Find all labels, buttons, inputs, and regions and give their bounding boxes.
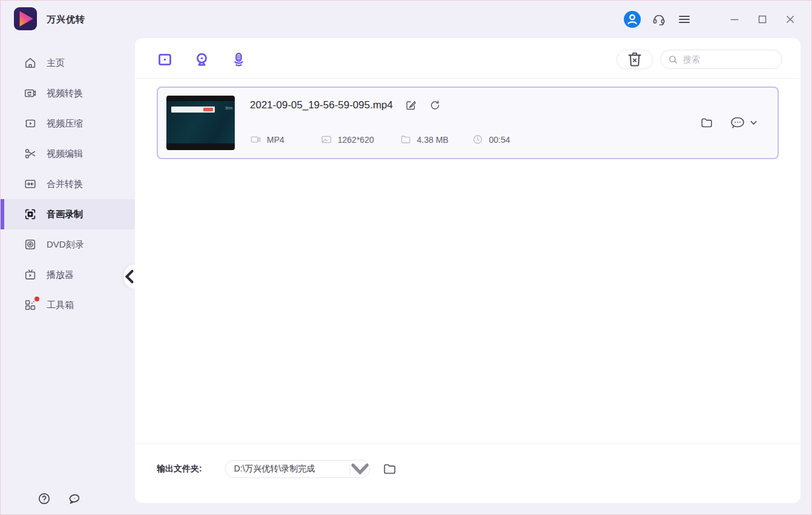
feedback-icon[interactable] [67,491,82,506]
close-button[interactable] [784,13,797,26]
output-folder-label: 输出文件夹: [157,464,202,474]
main-panel: 9/m 2021-09-05_19-56-59-095.mp4 [135,38,801,503]
file-size-icon [400,134,411,145]
player-icon [24,268,37,281]
video-compress-icon [24,117,37,130]
toolbox-badge [34,297,39,301]
app-title: 万兴优转 [47,1,85,38]
resolution-icon [321,134,332,145]
output-folder-path: D:\万兴优转\录制完成 [226,464,350,474]
search-input[interactable] [683,54,768,64]
video-thumbnail: 9/m [166,96,235,150]
sidebar-item-label: 播放器 [47,269,74,281]
maximize-button[interactable] [756,13,769,26]
more-options-icon [729,116,746,130]
merge-convert-icon [24,177,37,191]
file-name: 2021-09-05_19-56-59-095.mp4 [250,99,393,111]
chevron-down-icon [750,120,757,125]
app-logo-icon [14,7,37,30]
screen-record-mode-button[interactable] [157,51,173,68]
file-meta-row: MP4 1262*620 4.38 [250,134,510,145]
recorded-file-card[interactable]: 9/m 2021-09-05_19-56-59-095.mp4 [157,87,779,159]
thumbnail-red-chip [203,108,213,111]
sidebar-item-video-convert[interactable]: 视频转换 [1,78,135,108]
toolbox-icon [24,298,37,312]
rename-icon[interactable] [405,99,417,111]
sidebar-item-player[interactable]: 播放器 [1,260,135,290]
file-format: MP4 [267,135,284,145]
output-folder-row: 输出文件夹: D:\万兴优转\录制完成 [157,460,397,478]
sidebar-item-label: 视频转换 [47,88,83,99]
hamburger-menu-icon[interactable] [677,12,692,27]
sidebar-item-screen-record[interactable]: 音画录制 [1,199,135,229]
help-icon[interactable] [37,491,51,506]
screen-record-icon [24,208,37,221]
video-edit-icon [24,147,37,160]
record-toolbar [157,49,782,70]
video-convert-icon [24,87,37,100]
open-folder-icon[interactable] [700,116,713,130]
sidebar-item-home[interactable]: 主页 [1,48,135,78]
more-actions-button[interactable] [729,116,757,130]
file-size: 4.38 MB [417,135,448,145]
app-window: 万兴优转 [0,0,812,515]
sidebar-item-label: 主页 [47,57,65,69]
titlebar: 万兴优转 [1,1,811,38]
sidebar-item-merge-convert[interactable]: 合并转换 [1,169,135,199]
webcam-record-mode-button[interactable] [194,51,210,68]
sidebar-item-label: 音画录制 [47,209,83,220]
re-record-icon[interactable] [429,99,441,111]
sidebar-item-label: DVD刻录 [47,239,84,251]
sidebar-collapse-handle[interactable] [124,264,135,289]
sidebar-item-label: 工具箱 [47,300,74,311]
thumbnail-browser-bar [171,107,215,113]
audio-record-mode-button[interactable] [231,51,247,68]
dvd-burn-icon [24,238,37,251]
file-duration: 00:54 [489,135,510,145]
browse-folder-icon[interactable] [382,462,397,476]
sidebar-item-toolbox[interactable]: 工具箱 [1,290,135,320]
user-avatar-icon[interactable] [624,11,641,28]
thumbnail-watermark: 9/m [225,106,232,110]
sidebar-item-label: 视频压缩 [47,118,83,130]
toolbar-divider [135,78,801,79]
footer-divider [135,443,801,444]
sidebar-item-video-compress[interactable]: 视频压缩 [1,108,135,139]
sidebar-item-label: 合并转换 [47,179,83,190]
minimize-button[interactable] [728,13,741,26]
search-icon [668,54,678,65]
sidebar-item-dvd-burn[interactable]: DVD刻录 [1,229,135,260]
duration-icon [472,134,483,145]
sidebar: 主页 视频转换 视频压缩 [1,38,135,514]
output-folder-select[interactable]: D:\万兴优转\录制完成 [225,460,370,478]
sidebar-item-label: 视频编辑 [47,148,83,160]
headset-support-icon[interactable] [652,12,666,27]
search-box [660,50,782,69]
combo-chevron-down-icon[interactable] [350,461,370,477]
home-icon [24,56,37,70]
sidebar-item-video-edit[interactable]: 视频编辑 [1,139,135,169]
delete-all-button[interactable] [617,50,653,69]
format-icon [250,134,261,145]
file-resolution: 1262*620 [338,135,374,145]
